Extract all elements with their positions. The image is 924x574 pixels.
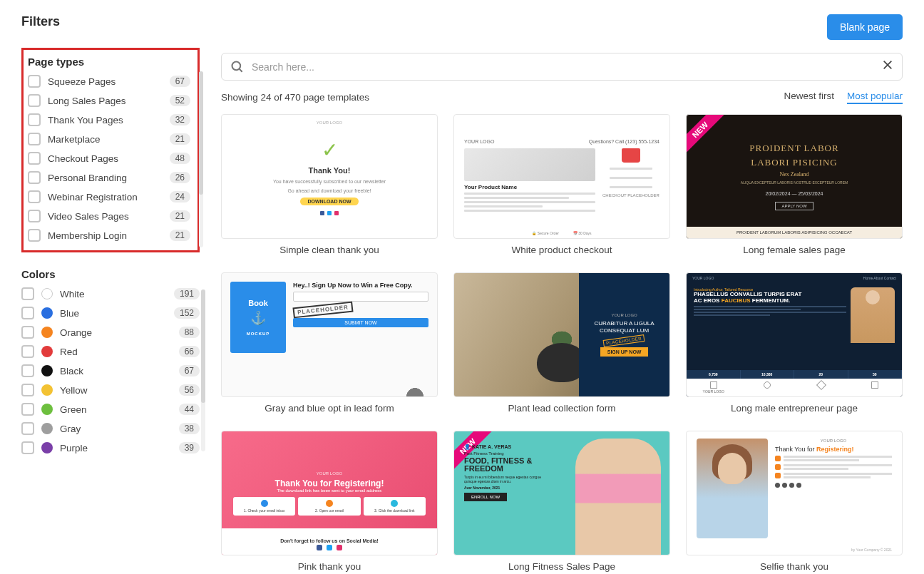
filter-row[interactable]: White 191: [21, 287, 200, 300]
filter-label: Blue: [60, 308, 167, 319]
filter-row[interactable]: Webinar Registration 24: [28, 190, 190, 203]
filter-row[interactable]: Long Sales Pages 52: [28, 94, 190, 107]
filter-label: Purple: [60, 443, 172, 453]
count-badge: 32: [170, 114, 190, 125]
checkbox[interactable]: [28, 75, 41, 88]
scrollbar[interactable]: [201, 289, 205, 451]
filter-label: Squeeze Pages: [48, 76, 163, 87]
template-title: White product checkout: [511, 245, 612, 255]
checkbox[interactable]: [28, 113, 41, 126]
template-card[interactable]: YOUR LOGO Thank You for Registering! by …: [686, 431, 903, 572]
checkbox[interactable]: [21, 287, 34, 300]
template-grid: YOUR LOGO ✓ Thank You! You have successf…: [221, 114, 903, 572]
filter-row[interactable]: Squeeze Pages 67: [28, 75, 190, 88]
filter-row[interactable]: Personal Branding 26: [28, 171, 190, 184]
filter-row[interactable]: Membership Login 21: [28, 229, 190, 242]
count-badge: 21: [170, 230, 190, 241]
filter-label: White: [60, 289, 167, 299]
filter-label: Personal Branding: [48, 173, 163, 183]
checkbox[interactable]: [21, 345, 34, 358]
blank-page-button[interactable]: Blank page: [827, 14, 903, 40]
template-card[interactable]: Book ⚓ MOCKUP Hey..! Sign Up Now to Win …: [221, 272, 438, 414]
checkbox[interactable]: [28, 210, 41, 222]
filter-row[interactable]: Gray 38: [21, 422, 200, 435]
check-icon: ✓: [322, 138, 338, 162]
sort-popular[interactable]: Most popular: [847, 91, 903, 104]
filter-row[interactable]: Marketplace 21: [28, 133, 190, 145]
template-card[interactable]: YOUR LOGOHome About Contact Introducing …: [686, 272, 903, 414]
clear-search-icon[interactable]: [882, 59, 893, 74]
checkbox[interactable]: [21, 441, 34, 454]
checkbox[interactable]: [21, 422, 34, 435]
filter-label: Thank You Pages: [48, 115, 163, 125]
checkbox[interactable]: [28, 229, 41, 242]
filter-row[interactable]: Black 67: [21, 364, 200, 377]
filter-row[interactable]: Video Sales Pages 21: [28, 210, 190, 222]
template-title: Pink thank you: [298, 561, 361, 572]
filter-label: Orange: [60, 327, 172, 338]
template-thumbnail: YOUR LOGO Thank You for Registering! The…: [221, 431, 438, 555]
filters-sidebar: Filters Page types Squeeze Pages 67 Long…: [21, 14, 200, 572]
template-card[interactable]: YOUR LOGO CURABITUR A LIGULA CONSEQUAT L…: [453, 272, 670, 414]
color-swatch: [41, 346, 53, 357]
checkbox[interactable]: [21, 364, 34, 377]
template-thumbnail: YOUR LOGO ✓ Thank You! You have successf…: [221, 114, 438, 239]
checkbox[interactable]: [28, 133, 41, 145]
color-swatch: [41, 365, 53, 376]
filter-row[interactable]: Red 66: [21, 345, 200, 358]
count-badge: 44: [179, 404, 200, 415]
filter-row[interactable]: Checkout Pages 48: [28, 152, 190, 165]
checkbox[interactable]: [28, 152, 41, 165]
new-badge: NEW: [686, 114, 728, 158]
template-card[interactable]: NEW 👤 KATIE A. VERAS Fast Fitness Traini…: [453, 431, 670, 572]
main-content: Blank page Showing 24 of 470 page templa…: [221, 14, 903, 572]
filter-row[interactable]: Green 44: [21, 403, 200, 416]
template-title: Gray and blue opt in lead form: [265, 403, 394, 414]
template-card[interactable]: NEW PROIDENT LABOR LABORI PISICING Nex Z…: [686, 114, 903, 255]
template-title: Plant lead collection form: [508, 403, 616, 414]
count-badge: 24: [170, 191, 190, 203]
filter-label: Video Sales Pages: [48, 211, 163, 222]
checkbox[interactable]: [21, 403, 34, 416]
colors-section: Colors White 191 Blue 152 Orange 88 Red …: [21, 268, 200, 454]
template-thumbnail: YOUR LOGO Thank You for Registering! by …: [686, 431, 903, 555]
checkbox[interactable]: [28, 190, 41, 203]
count-badge: 21: [170, 133, 190, 145]
filter-row[interactable]: Orange 88: [21, 326, 200, 339]
checkbox[interactable]: [28, 94, 41, 107]
template-card[interactable]: YOUR LOGO Thank You for Registering! The…: [221, 431, 438, 572]
filter-row[interactable]: Blue 152: [21, 307, 200, 319]
filter-label: Gray: [60, 424, 172, 434]
template-thumbnail: NEW 👤 KATIE A. VERAS Fast Fitness Traini…: [453, 431, 670, 555]
sort-newest[interactable]: Newest first: [784, 91, 834, 104]
count-badge: 66: [179, 346, 200, 357]
checkbox[interactable]: [21, 326, 34, 339]
colors-title: Colors: [21, 268, 200, 280]
filter-row[interactable]: Thank You Pages 32: [28, 113, 190, 126]
checkbox[interactable]: [28, 171, 41, 184]
count-badge: 152: [174, 307, 200, 319]
template-card[interactable]: YOUR LOGO ✓ Thank You! You have successf…: [221, 114, 438, 255]
template-title: Long female sales page: [743, 245, 845, 255]
filter-label: Webinar Registration: [48, 192, 163, 203]
count-badge: 191: [174, 288, 200, 299]
filter-row[interactable]: Purple 39: [21, 441, 200, 454]
filter-label: Yellow: [60, 385, 172, 396]
color-swatch: [41, 442, 53, 453]
filter-label: Black: [60, 366, 172, 376]
filter-row[interactable]: Yellow 56: [21, 384, 200, 396]
template-title: Long male entrepreneur page: [731, 403, 858, 414]
filters-heading: Filters: [21, 14, 60, 29]
scrollbar[interactable]: [199, 71, 203, 247]
template-thumbnail: Book ⚓ MOCKUP Hey..! Sign Up Now to Win …: [221, 272, 438, 397]
template-card[interactable]: YOUR LOGOQuestions? Call (123) 555-1234 …: [453, 114, 670, 255]
checkbox[interactable]: [21, 384, 34, 396]
count-badge: 52: [170, 95, 190, 106]
filter-label: Green: [60, 404, 172, 415]
search-input[interactable]: [252, 61, 875, 73]
template-title: Long Fitness Sales Page: [508, 561, 615, 572]
svg-line-1: [240, 68, 242, 71]
count-badge: 21: [170, 210, 190, 222]
page-types-section: Page types Squeeze Pages 67 Long Sales P…: [21, 48, 200, 252]
checkbox[interactable]: [21, 307, 34, 319]
